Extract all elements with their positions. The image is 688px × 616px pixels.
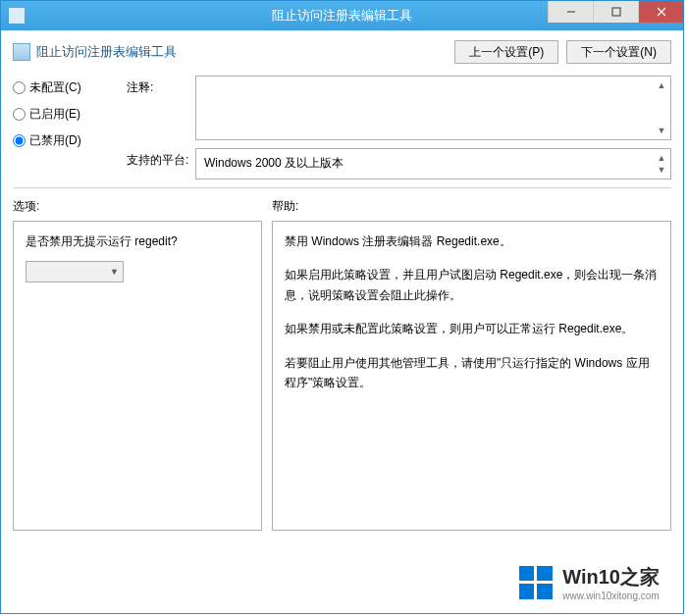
panels-row: 是否禁用无提示运行 regedit? ▼ 禁用 Windows 注册表编辑器 R… xyxy=(13,221,671,531)
supported-platform-box: Windows 2000 及以上版本 ▲ ▼ xyxy=(195,148,671,180)
watermark-url: www.win10xitong.com xyxy=(562,590,660,601)
radio-disabled[interactable]: 已禁用(D) xyxy=(13,132,111,149)
window-controls xyxy=(548,1,683,23)
window-title: 阻止访问注册表编辑工具 xyxy=(272,7,412,25)
policy-editor-window: 阻止访问注册表编辑工具 阻止访问注册表编辑工具 上一个设置(P) 下一个设置(N… xyxy=(0,0,684,614)
content-area: 阻止访问注册表编辑工具 上一个设置(P) 下一个设置(N) 未配置(C) 已启用… xyxy=(1,30,683,540)
option-dropdown[interactable]: ▼ xyxy=(26,261,124,282)
radio-enabled[interactable]: 已启用(E) xyxy=(13,106,111,123)
svg-rect-1 xyxy=(612,8,620,16)
radio-not-configured-input[interactable] xyxy=(13,81,26,94)
radio-enabled-label: 已启用(E) xyxy=(29,106,80,123)
radio-disabled-label: 已禁用(D) xyxy=(29,132,81,149)
help-paragraph: 禁用 Windows 注册表编辑器 Regedit.exe。 xyxy=(285,231,659,251)
help-paragraph: 如果禁用或未配置此策略设置，则用户可以正常运行 Regedit.exe。 xyxy=(285,319,659,338)
next-setting-button[interactable]: 下一个设置(N) xyxy=(566,40,671,64)
policy-title-row: 阻止访问注册表编辑工具 xyxy=(13,43,177,61)
radio-enabled-input[interactable] xyxy=(13,108,26,121)
help-panel: 禁用 Windows 注册表编辑器 Regedit.exe。 如果启用此策略设置… xyxy=(272,221,671,531)
options-panel: 是否禁用无提示运行 regedit? ▼ xyxy=(13,221,262,531)
watermark-title: Win10之家 xyxy=(562,564,660,590)
help-label: 帮助: xyxy=(272,198,298,215)
help-paragraph: 若要阻止用户使用其他管理工具，请使用"只运行指定的 Windows 应用程序"策… xyxy=(285,353,659,393)
minimize-button[interactable] xyxy=(548,1,593,23)
radio-not-configured[interactable]: 未配置(C) xyxy=(13,79,111,96)
scroll-down-icon[interactable]: ▼ xyxy=(655,124,668,137)
watermark-text: Win10之家 www.win10xitong.com xyxy=(562,564,660,601)
help-paragraph: 如果启用此策略设置，并且用户试图启动 Regedit.exe，则会出现一条消息，… xyxy=(285,265,659,305)
close-button[interactable] xyxy=(638,1,683,23)
policy-title: 阻止访问注册表编辑工具 xyxy=(36,43,177,61)
app-icon xyxy=(9,8,25,24)
platform-value: Windows 2000 及以上版本 xyxy=(204,156,344,170)
divider xyxy=(13,187,671,188)
maximize-button[interactable] xyxy=(593,1,638,23)
option-question: 是否禁用无提示运行 regedit? xyxy=(26,231,249,251)
chevron-down-icon: ▼ xyxy=(110,265,119,280)
previous-setting-button[interactable]: 上一个设置(P) xyxy=(454,40,558,64)
scroll-down-icon[interactable]: ▼ xyxy=(655,163,668,177)
config-row: 未配置(C) 已启用(E) 已禁用(D) 注释: ▲ ▼ 支持的平台: xyxy=(13,76,671,180)
radio-not-configured-label: 未配置(C) xyxy=(29,79,81,96)
options-label: 选项: xyxy=(13,198,272,215)
fields-column: 注释: ▲ ▼ 支持的平台: Windows 2000 及以上版本 ▲ ▼ xyxy=(127,76,671,180)
comment-label: 注释: xyxy=(127,76,195,96)
radio-disabled-input[interactable] xyxy=(13,134,26,147)
platform-label: 支持的平台: xyxy=(127,148,195,169)
section-labels: 选项: 帮助: xyxy=(13,198,671,215)
radio-group: 未配置(C) 已启用(E) 已禁用(D) xyxy=(13,76,111,180)
comment-textarea[interactable]: ▲ ▼ xyxy=(195,76,671,140)
titlebar: 阻止访问注册表编辑工具 xyxy=(1,1,683,30)
header-row: 阻止访问注册表编辑工具 上一个设置(P) 下一个设置(N) xyxy=(13,40,671,64)
nav-buttons: 上一个设置(P) 下一个设置(N) xyxy=(454,40,671,64)
policy-icon xyxy=(13,43,30,61)
scroll-up-icon[interactable]: ▲ xyxy=(655,78,668,92)
windows-logo-icon xyxy=(519,566,553,599)
watermark: Win10之家 www.win10xitong.com xyxy=(519,564,660,601)
